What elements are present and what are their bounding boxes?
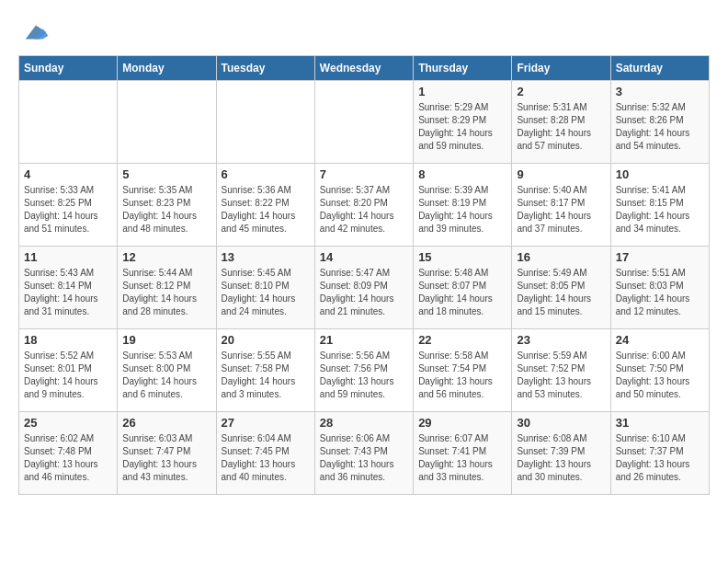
calendar-header-row: SundayMondayTuesdayWednesdayThursdayFrid…: [19, 56, 710, 81]
day-info: Sunrise: 6:07 AM Sunset: 7:41 PM Dayligh…: [418, 432, 506, 484]
day-number: 16: [517, 250, 605, 264]
day-info: Sunrise: 5:56 AM Sunset: 7:56 PM Dayligh…: [320, 350, 408, 401]
calendar-week-row: 25Sunrise: 6:02 AM Sunset: 7:48 PM Dayli…: [19, 412, 710, 495]
calendar-cell: 31Sunrise: 6:10 AM Sunset: 7:37 PM Dayli…: [610, 412, 709, 495]
day-info: Sunrise: 5:33 AM Sunset: 8:25 PM Dayligh…: [24, 184, 112, 236]
calendar-week-row: 18Sunrise: 5:52 AM Sunset: 8:01 PM Dayli…: [19, 329, 710, 412]
day-number: 22: [418, 333, 506, 347]
calendar-cell: 26Sunrise: 6:03 AM Sunset: 7:47 PM Dayli…: [118, 412, 216, 495]
calendar-cell: 30Sunrise: 6:08 AM Sunset: 7:39 PM Dayli…: [512, 412, 610, 495]
day-of-week-header: Monday: [118, 56, 216, 81]
day-info: Sunrise: 5:49 AM Sunset: 8:05 PM Dayligh…: [517, 267, 605, 318]
day-info: Sunrise: 6:10 AM Sunset: 7:37 PM Dayligh…: [616, 432, 704, 484]
calendar-cell: 25Sunrise: 6:02 AM Sunset: 7:48 PM Dayli…: [19, 412, 118, 495]
day-number: 5: [122, 167, 210, 181]
calendar-cell: 11Sunrise: 5:43 AM Sunset: 8:14 PM Dayli…: [19, 247, 118, 329]
day-number: 21: [320, 333, 408, 347]
logo-icon: [22, 18, 50, 46]
calendar-week-row: 11Sunrise: 5:43 AM Sunset: 8:14 PM Dayli…: [19, 247, 710, 329]
day-number: 10: [616, 167, 704, 181]
calendar-cell: 28Sunrise: 6:06 AM Sunset: 7:43 PM Dayli…: [314, 412, 413, 495]
day-number: 23: [517, 333, 605, 347]
day-number: 30: [517, 416, 605, 430]
day-info: Sunrise: 5:31 AM Sunset: 8:28 PM Dayligh…: [517, 101, 605, 153]
day-info: Sunrise: 6:03 AM Sunset: 7:47 PM Dayligh…: [122, 432, 210, 484]
day-info: Sunrise: 5:41 AM Sunset: 8:15 PM Dayligh…: [616, 184, 704, 236]
calendar-week-row: 1Sunrise: 5:29 AM Sunset: 8:29 PM Daylig…: [19, 81, 710, 164]
day-number: 25: [24, 416, 112, 430]
day-info: Sunrise: 5:35 AM Sunset: 8:23 PM Dayligh…: [122, 184, 210, 236]
day-number: 2: [517, 85, 605, 98]
day-info: Sunrise: 6:02 AM Sunset: 7:48 PM Dayligh…: [24, 432, 112, 484]
day-info: Sunrise: 5:32 AM Sunset: 8:26 PM Dayligh…: [616, 101, 704, 153]
day-number: 14: [320, 250, 408, 264]
calendar-cell: 3Sunrise: 5:32 AM Sunset: 8:26 PM Daylig…: [610, 81, 709, 164]
day-info: Sunrise: 5:59 AM Sunset: 7:52 PM Dayligh…: [517, 350, 605, 401]
calendar-cell: 18Sunrise: 5:52 AM Sunset: 8:01 PM Dayli…: [19, 329, 118, 412]
calendar-cell: 7Sunrise: 5:37 AM Sunset: 8:20 PM Daylig…: [314, 164, 413, 247]
calendar-cell: 14Sunrise: 5:47 AM Sunset: 8:09 PM Dayli…: [314, 247, 413, 329]
calendar-cell: 2Sunrise: 5:31 AM Sunset: 8:28 PM Daylig…: [512, 81, 610, 164]
day-info: Sunrise: 5:52 AM Sunset: 8:01 PM Dayligh…: [24, 350, 112, 401]
day-info: Sunrise: 5:55 AM Sunset: 7:58 PM Dayligh…: [222, 350, 310, 401]
day-number: 1: [418, 85, 506, 98]
calendar-cell: 16Sunrise: 5:49 AM Sunset: 8:05 PM Dayli…: [512, 247, 610, 329]
day-number: 31: [616, 416, 704, 430]
calendar-cell: 10Sunrise: 5:41 AM Sunset: 8:15 PM Dayli…: [610, 164, 709, 247]
calendar-week-row: 4Sunrise: 5:33 AM Sunset: 8:25 PM Daylig…: [19, 164, 710, 247]
day-number: 12: [122, 250, 210, 264]
day-number: 29: [418, 416, 506, 430]
calendar-cell: 24Sunrise: 6:00 AM Sunset: 7:50 PM Dayli…: [610, 329, 709, 412]
day-info: Sunrise: 5:44 AM Sunset: 8:12 PM Dayligh…: [122, 267, 210, 318]
day-number: 17: [616, 250, 704, 264]
day-number: 7: [320, 167, 408, 181]
day-info: Sunrise: 5:39 AM Sunset: 8:19 PM Dayligh…: [418, 184, 506, 236]
calendar-cell: 4Sunrise: 5:33 AM Sunset: 8:25 PM Daylig…: [19, 164, 118, 247]
calendar-cell: 20Sunrise: 5:55 AM Sunset: 7:58 PM Dayli…: [216, 329, 314, 412]
calendar-cell: [216, 81, 314, 164]
calendar-cell: 21Sunrise: 5:56 AM Sunset: 7:56 PM Dayli…: [314, 329, 413, 412]
day-info: Sunrise: 5:58 AM Sunset: 7:54 PM Dayligh…: [418, 350, 506, 401]
day-number: 4: [24, 167, 112, 181]
day-number: 15: [418, 250, 506, 264]
day-of-week-header: Thursday: [414, 56, 512, 81]
day-number: 3: [616, 85, 704, 98]
calendar-cell: 19Sunrise: 5:53 AM Sunset: 8:00 PM Dayli…: [118, 329, 216, 412]
day-number: 28: [320, 416, 408, 430]
day-info: Sunrise: 5:45 AM Sunset: 8:10 PM Dayligh…: [222, 267, 310, 318]
day-info: Sunrise: 5:37 AM Sunset: 8:20 PM Dayligh…: [320, 184, 408, 236]
day-info: Sunrise: 5:53 AM Sunset: 8:00 PM Dayligh…: [122, 350, 210, 401]
calendar-cell: 5Sunrise: 5:35 AM Sunset: 8:23 PM Daylig…: [118, 164, 216, 247]
day-info: Sunrise: 5:40 AM Sunset: 8:17 PM Dayligh…: [517, 184, 605, 236]
calendar-cell: 23Sunrise: 5:59 AM Sunset: 7:52 PM Dayli…: [512, 329, 610, 412]
day-of-week-header: Friday: [512, 56, 610, 81]
calendar-cell: 1Sunrise: 5:29 AM Sunset: 8:29 PM Daylig…: [414, 81, 512, 164]
calendar-cell: 22Sunrise: 5:58 AM Sunset: 7:54 PM Dayli…: [414, 329, 512, 412]
calendar-table: SundayMondayTuesdayWednesdayThursdayFrid…: [18, 55, 710, 495]
calendar-cell: [118, 81, 216, 164]
calendar-cell: 12Sunrise: 5:44 AM Sunset: 8:12 PM Dayli…: [118, 247, 216, 329]
day-number: 18: [24, 333, 112, 347]
day-number: 27: [222, 416, 310, 430]
calendar-cell: [19, 81, 118, 164]
page-header: [18, 18, 710, 46]
day-number: 11: [24, 250, 112, 264]
day-number: 6: [222, 167, 310, 181]
calendar-cell: 6Sunrise: 5:36 AM Sunset: 8:22 PM Daylig…: [216, 164, 314, 247]
calendar-cell: 29Sunrise: 6:07 AM Sunset: 7:41 PM Dayli…: [414, 412, 512, 495]
calendar-cell: 13Sunrise: 5:45 AM Sunset: 8:10 PM Dayli…: [216, 247, 314, 329]
day-info: Sunrise: 6:06 AM Sunset: 7:43 PM Dayligh…: [320, 432, 408, 484]
day-number: 26: [122, 416, 210, 430]
day-info: Sunrise: 5:48 AM Sunset: 8:07 PM Dayligh…: [418, 267, 506, 318]
day-info: Sunrise: 5:36 AM Sunset: 8:22 PM Dayligh…: [222, 184, 310, 236]
day-number: 8: [418, 167, 506, 181]
calendar-cell: 27Sunrise: 6:04 AM Sunset: 7:45 PM Dayli…: [216, 412, 314, 495]
day-number: 19: [122, 333, 210, 347]
calendar-cell: [314, 81, 413, 164]
day-info: Sunrise: 5:43 AM Sunset: 8:14 PM Dayligh…: [24, 267, 112, 318]
calendar-cell: 8Sunrise: 5:39 AM Sunset: 8:19 PM Daylig…: [414, 164, 512, 247]
calendar-cell: 9Sunrise: 5:40 AM Sunset: 8:17 PM Daylig…: [512, 164, 610, 247]
day-number: 24: [616, 333, 704, 347]
day-number: 20: [222, 333, 310, 347]
calendar-cell: 17Sunrise: 5:51 AM Sunset: 8:03 PM Dayli…: [610, 247, 709, 329]
